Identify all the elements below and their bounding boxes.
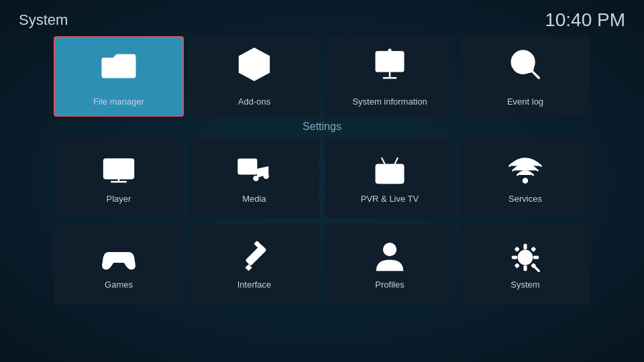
svg-rect-5 bbox=[381, 62, 384, 68]
top-tiles-row: File manager Add-ons bbox=[0, 36, 644, 117]
tile-player[interactable]: Player bbox=[54, 138, 184, 219]
event-log-icon bbox=[507, 46, 543, 91]
tile-profiles[interactable]: Profiles bbox=[325, 224, 455, 304]
svg-rect-46 bbox=[512, 255, 517, 259]
settings-section: Settings Player bbox=[0, 117, 644, 304]
player-icon bbox=[101, 154, 137, 190]
tile-profiles-label: Profiles bbox=[375, 280, 404, 290]
svg-point-38 bbox=[127, 257, 131, 260]
addons-icon bbox=[236, 46, 272, 91]
svg-point-34 bbox=[523, 178, 528, 183]
svg-rect-48 bbox=[515, 246, 520, 251]
folder-icon bbox=[101, 46, 137, 91]
clock: 10:40 PM bbox=[545, 9, 625, 31]
tile-media[interactable]: Media bbox=[189, 138, 319, 219]
tile-games-label: Games bbox=[105, 280, 133, 290]
tile-system-label: System bbox=[511, 280, 539, 290]
settings-label: Settings bbox=[54, 121, 590, 133]
svg-rect-8 bbox=[394, 60, 398, 68]
page-title: System bbox=[19, 11, 68, 29]
tile-add-ons-label: Add-ons bbox=[238, 97, 270, 107]
svg-point-33 bbox=[388, 175, 391, 178]
svg-rect-7 bbox=[390, 56, 393, 68]
games-icon bbox=[101, 239, 137, 276]
svg-line-52 bbox=[535, 266, 539, 271]
tile-system-information-label: System information bbox=[352, 97, 427, 107]
svg-point-28 bbox=[264, 173, 269, 178]
pvr-icon bbox=[372, 154, 408, 190]
interface-icon bbox=[236, 239, 272, 276]
system-info-icon bbox=[372, 46, 408, 91]
svg-rect-49 bbox=[531, 246, 536, 251]
svg-rect-22 bbox=[238, 159, 241, 162]
svg-line-31 bbox=[394, 158, 398, 164]
tile-file-manager-label: File manager bbox=[93, 97, 144, 107]
services-icon bbox=[507, 154, 543, 190]
tile-event-log[interactable]: Event log bbox=[460, 36, 590, 117]
svg-rect-47 bbox=[533, 255, 539, 259]
tile-services[interactable]: Services bbox=[460, 138, 590, 219]
svg-rect-44 bbox=[523, 243, 527, 249]
tile-games[interactable]: Games bbox=[54, 224, 184, 304]
svg-rect-45 bbox=[523, 265, 527, 270]
svg-rect-6 bbox=[385, 59, 388, 68]
tile-player-label: Player bbox=[107, 194, 131, 204]
tile-event-log-label: Event log bbox=[507, 97, 543, 107]
profiles-icon bbox=[372, 239, 408, 276]
tile-media-label: Media bbox=[242, 194, 266, 204]
tile-services-label: Services bbox=[508, 194, 542, 204]
svg-point-42 bbox=[383, 243, 396, 256]
svg-rect-23 bbox=[253, 159, 256, 162]
tile-file-manager[interactable]: File manager bbox=[54, 36, 184, 117]
svg-point-27 bbox=[253, 175, 258, 180]
media-icon bbox=[236, 154, 272, 190]
tile-add-ons[interactable]: Add-ons bbox=[189, 36, 319, 117]
svg-rect-50 bbox=[515, 263, 520, 268]
settings-grid: Player Media bbox=[54, 138, 590, 304]
svg-point-14 bbox=[521, 60, 525, 64]
tile-pvr-live-tv-label: PVR & Live TV bbox=[361, 194, 419, 204]
svg-rect-24 bbox=[238, 170, 241, 174]
svg-point-10 bbox=[388, 48, 391, 52]
tile-pvr-live-tv[interactable]: PVR & Live TV bbox=[325, 138, 455, 219]
svg-line-30 bbox=[382, 158, 385, 164]
system-icon bbox=[507, 239, 543, 276]
svg-point-16 bbox=[524, 63, 533, 72]
svg-point-43 bbox=[523, 254, 528, 259]
header: System 10:40 PM bbox=[0, 0, 644, 36]
svg-line-15 bbox=[531, 70, 539, 78]
tile-system[interactable]: System bbox=[460, 224, 590, 304]
tile-interface-label: Interface bbox=[237, 280, 272, 290]
tile-system-information[interactable]: System information bbox=[325, 36, 455, 117]
svg-rect-39 bbox=[245, 244, 266, 265]
svg-point-37 bbox=[124, 253, 127, 257]
tile-interface[interactable]: Interface bbox=[189, 224, 319, 304]
svg-rect-25 bbox=[253, 170, 256, 174]
